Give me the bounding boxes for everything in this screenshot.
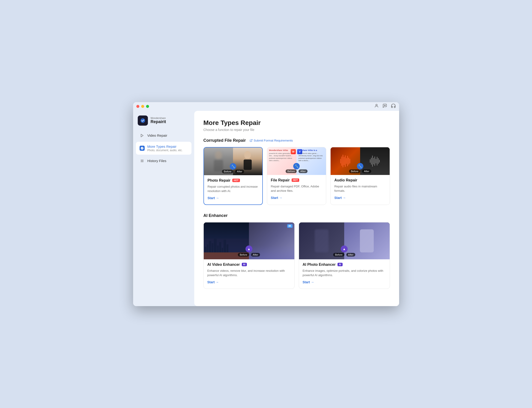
4k-badge: 4K	[287, 224, 293, 228]
pe-after-label: After	[346, 253, 355, 256]
video-repair-icon	[140, 133, 145, 138]
ai-video-start[interactable]: Start →	[207, 280, 291, 284]
file-repair-card[interactable]: Wondershare Virbo powerful AI video gene…	[267, 147, 326, 205]
headset-icon[interactable]	[391, 103, 396, 110]
ai-section-header: AI Enhancer	[203, 213, 390, 218]
ai-photo-desc: Enhance images, optimize portraits, and …	[303, 269, 386, 278]
sidebar-item-history[interactable]: History Files	[136, 156, 192, 166]
ai-photo-body: AI Photo Enhancer AI Enhance images, opt…	[299, 259, 390, 284]
file-repair-body: File Repair HOT Repair damaged PDF, Offi…	[267, 175, 326, 200]
more-types-label: More Types Repair	[148, 144, 183, 148]
ai-video-title-row: AI Video Enhancer AI	[207, 263, 291, 267]
file-after-label: After	[298, 170, 307, 173]
video-ba-labels: Before After	[204, 253, 294, 256]
chat-icon[interactable]	[383, 103, 387, 109]
video-repair-label: Video Repair	[148, 134, 167, 137]
titlebar	[133, 102, 399, 111]
file-repair-hot-badge: HOT	[292, 178, 299, 182]
file-repair-title-row: File Repair HOT	[271, 178, 322, 182]
ai-video-title: AI Video Enhancer	[207, 263, 240, 267]
audio-repair-image: 🔧 Before After	[331, 147, 389, 175]
audio-repair-title: Audio Repair	[334, 178, 357, 182]
submit-format-link[interactable]: Submit Format Requirements	[250, 139, 293, 142]
svg-line-9	[251, 139, 252, 141]
ai-photo-badge: AI	[338, 263, 343, 266]
close-button[interactable]	[136, 105, 139, 108]
ai-photo-title-row: AI Photo Enhancer AI	[303, 263, 386, 267]
logo-icon	[138, 116, 148, 126]
ai-cards-grid: 4K ▲ Before After AI Video Enhancer	[203, 222, 390, 289]
ai-video-body: AI Video Enhancer AI Enhance videos, rem…	[204, 259, 294, 284]
app-logo: Wondershare Repairit	[133, 113, 194, 130]
titlebar-icons	[374, 103, 396, 110]
photo-before-label: Before	[222, 170, 233, 173]
file-repair-start[interactable]: Start →	[271, 196, 322, 200]
audio-repair-badge-icon: 🔧	[357, 163, 363, 170]
svg-point-1	[384, 105, 384, 106]
sidebar: Wondershare Repairit Video Repair	[133, 111, 194, 306]
app-window: Wondershare Repairit Video Repair	[133, 102, 399, 306]
audio-ba-labels: Before After	[331, 170, 389, 173]
pe-ba-labels: Before After	[299, 253, 390, 256]
photo-enhancer-badge-icon: ▲	[341, 246, 348, 252]
ai-photo-enhancer-card[interactable]: ▲ Before After AI Photo Enhancer AI	[299, 222, 390, 289]
ai-photo-title: AI Photo Enhancer	[303, 263, 336, 267]
file-repair-badge-icon: 🔧	[293, 163, 300, 170]
page-header: More Types Repair Choose a function to r…	[203, 119, 390, 132]
ai-video-image: 4K ▲ Before After	[204, 222, 294, 259]
photo-repair-image: 🔧 Before After	[204, 147, 262, 175]
page-title: More Types Repair	[203, 119, 390, 127]
ai-video-badge: AI	[242, 263, 247, 266]
more-types-content: More Types Repair Photo, document, audio…	[148, 144, 183, 152]
ai-video-enhancer-card[interactable]: 4K ▲ Before After AI Video Enhancer	[203, 222, 295, 289]
maximize-button[interactable]	[146, 105, 149, 108]
video-before-label: Before	[238, 253, 249, 256]
product-name: Repairit	[151, 119, 166, 124]
audio-repair-card[interactable]: 🔧 Before After Audio Repair Repair audio…	[330, 147, 390, 205]
ai-enhancer-section: AI Enhancer	[203, 213, 390, 289]
photo-repair-start[interactable]: Start →	[208, 196, 259, 200]
brand-name: Wondershare	[151, 117, 166, 119]
pe-before-label: Before	[333, 253, 344, 256]
sidebar-item-more-types[interactable]: More Types Repair Photo, document, audio…	[136, 142, 192, 155]
ai-photo-start[interactable]: Start →	[303, 280, 386, 284]
corrupted-section-header: Corrupted File Repair Submit Format Requ…	[203, 138, 390, 143]
file-ba-labels: Before After	[267, 170, 326, 173]
waveform-left	[340, 154, 350, 168]
window-controls	[136, 105, 149, 108]
ai-video-desc: Enhance videos, remove blur, and increas…	[207, 269, 291, 278]
audio-after-label: After	[362, 170, 371, 173]
submit-format-label: Submit Format Requirements	[254, 139, 293, 142]
audio-repair-start[interactable]: Start →	[334, 196, 386, 200]
corrupted-cards-grid: 🔧 Before After Photo Repair HOT Rep	[203, 147, 390, 205]
audio-repair-desc: Repair audio files in mainstream formats…	[334, 184, 386, 193]
history-icon	[140, 158, 145, 163]
history-label: History Files	[148, 159, 166, 163]
file-before-label: Before	[286, 170, 297, 173]
file-repair-title: File Repair	[271, 178, 290, 182]
sidebar-item-video-repair[interactable]: Video Repair	[136, 130, 192, 141]
file-logos: W V	[291, 149, 302, 154]
photo-repair-body: Photo Repair HOT Repair corrupted photos…	[204, 175, 262, 200]
svg-point-4	[140, 118, 145, 123]
photo-repair-title: Photo Repair	[208, 178, 231, 183]
photo-repair-card[interactable]: 🔧 Before After Photo Repair HOT Rep	[203, 147, 263, 205]
photo-ba-labels: Before After	[204, 170, 262, 173]
photo-repair-badge-icon: 🔧	[230, 163, 236, 170]
audio-repair-body: Audio Repair Repair audio files in mains…	[331, 175, 389, 200]
photo-after-label: After	[235, 170, 244, 173]
video-after-label: After	[251, 253, 260, 256]
sidebar-nav: Video Repair More Types Repair Photo, do…	[133, 130, 194, 166]
photo-repair-desc: Repair corrupted photos and increase res…	[208, 184, 259, 193]
page-subtitle: Choose a function to repair your file	[203, 128, 390, 132]
account-icon[interactable]	[374, 103, 379, 109]
svg-marker-5	[141, 134, 143, 137]
audio-repair-title-row: Audio Repair	[334, 178, 386, 182]
photo-repair-title-row: Photo Repair HOT	[208, 178, 259, 183]
logo-text: Wondershare Repairit	[151, 117, 166, 124]
external-link-icon	[250, 139, 253, 142]
svg-point-2	[384, 105, 385, 106]
app-body: Wondershare Repairit Video Repair	[133, 111, 399, 306]
minimize-button[interactable]	[141, 105, 144, 108]
city-skyline	[204, 238, 249, 252]
